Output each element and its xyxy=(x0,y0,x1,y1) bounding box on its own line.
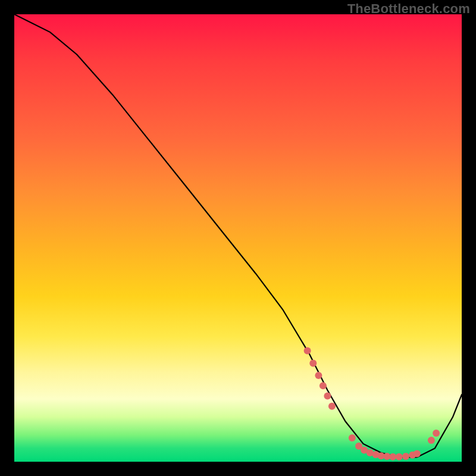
data-point xyxy=(328,403,336,410)
data-point xyxy=(396,453,403,461)
data-point xyxy=(315,372,322,379)
data-point xyxy=(324,393,331,400)
data-point xyxy=(309,360,317,367)
data-point xyxy=(389,453,396,461)
chart-frame: TheBottleneck.com xyxy=(0,0,476,476)
data-point xyxy=(304,347,311,355)
bottleneck-curve xyxy=(14,14,462,458)
data-point xyxy=(433,430,440,437)
data-markers xyxy=(304,347,440,461)
data-point xyxy=(349,434,356,441)
data-point xyxy=(320,382,327,389)
data-point xyxy=(402,453,409,460)
data-point xyxy=(428,437,435,444)
curve-layer xyxy=(14,14,462,462)
plot-area xyxy=(14,14,462,462)
watermark-text: TheBottleneck.com xyxy=(347,1,470,17)
data-point xyxy=(414,450,421,458)
